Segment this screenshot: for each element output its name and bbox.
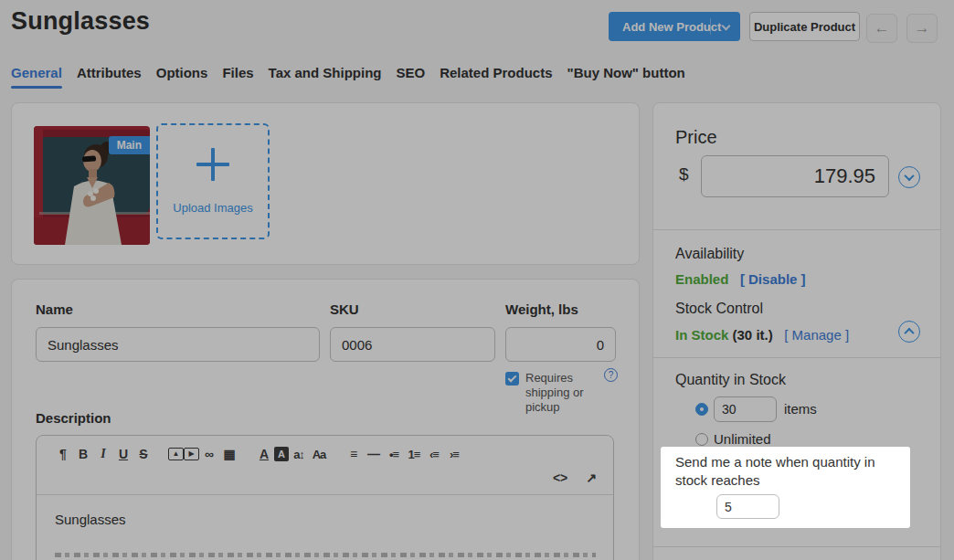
quantity-input[interactable] — [714, 396, 777, 422]
help-icon[interactable]: ? — [604, 368, 618, 382]
align-icon[interactable]: ≡ — [344, 447, 364, 461]
low-stock-note-label: Send me a note when quantity in stock re… — [675, 453, 904, 490]
divider — [653, 357, 940, 358]
stock-control-value: In Stock (30 it.) [ Manage ] — [675, 327, 849, 343]
tab-buy-now-button[interactable]: "Buy Now" button — [567, 65, 685, 89]
link-icon[interactable]: ∞ — [199, 447, 219, 461]
tab-seo[interactable]: SEO — [396, 65, 425, 89]
availability-value: Enabled [ Disable ] — [675, 271, 806, 287]
tab-tax-and-shipping[interactable]: Tax and Shipping — [269, 65, 382, 89]
fullscreen-icon[interactable]: ↗ — [586, 470, 597, 485]
description-clipped-text-line — [55, 553, 596, 557]
items-suffix-label: items — [784, 401, 817, 417]
chevron-down-icon[interactable] — [722, 22, 731, 31]
requires-shipping-row: Requires shipping or pickup — [505, 371, 608, 415]
weight-input[interactable] — [505, 327, 616, 362]
availability-status: Enabled — [675, 271, 728, 287]
table-icon[interactable]: ▦ — [219, 447, 239, 461]
page-title: Sunglasses — [11, 7, 150, 36]
sku-label: SKU — [330, 301, 359, 317]
product-details-card: Name SKU Weight, lbs Requires shipping o… — [11, 279, 640, 560]
main-image-badge: Main — [109, 136, 150, 154]
quantity-in-stock-label: Quantity in Stock — [675, 372, 786, 388]
unlimited-label: Unlimited — [714, 431, 771, 447]
highlight-color-icon[interactable]: A — [274, 447, 289, 461]
unlimited-radio[interactable] — [695, 433, 708, 446]
name-input[interactable] — [36, 327, 320, 362]
chevron-up-icon — [904, 328, 914, 338]
stock-collapse-toggle[interactable] — [898, 321, 920, 343]
low-stock-threshold-input[interactable] — [716, 494, 779, 519]
price-input[interactable] — [701, 155, 889, 197]
price-options-toggle[interactable] — [898, 166, 920, 188]
outdent-icon[interactable]: ‹≡ — [424, 448, 444, 461]
text-style-icon[interactable]: Aa — [309, 448, 329, 461]
price-label: Price — [675, 127, 717, 148]
strikethrough-icon[interactable]: S — [133, 447, 154, 461]
requires-shipping-label: Requires shipping or pickup — [525, 371, 608, 415]
currency-symbol: $ — [679, 164, 689, 185]
arrow-right-icon: → — [915, 19, 930, 37]
italic-icon[interactable]: I — [93, 447, 113, 461]
duplicate-product-button[interactable]: Duplicate Product — [749, 12, 860, 41]
product-images-card: Main Upload Images — [11, 102, 640, 265]
stock-count: (30 it.) — [733, 327, 773, 343]
bullet-list-icon[interactable]: •≡ — [384, 448, 404, 461]
upload-images-dropzone[interactable]: Upload Images — [156, 123, 270, 239]
bold-icon[interactable]: B — [73, 447, 93, 461]
name-label: Name — [36, 301, 73, 317]
sku-input[interactable] — [330, 327, 495, 362]
horizontal-rule-icon[interactable]: — — [364, 447, 384, 461]
requires-shipping-checkbox[interactable] — [505, 372, 519, 386]
arrow-left-icon: ← — [874, 19, 890, 37]
low-stock-note-spotlight: Send me a note when quantity in stock re… — [661, 447, 910, 528]
font-size-icon[interactable]: a↕ — [289, 448, 309, 461]
items-radio[interactable] — [695, 403, 708, 416]
numbered-list-icon[interactable]: 1≡ — [404, 448, 424, 461]
add-new-product-label: Add New Product — [622, 20, 721, 34]
button-separator — [710, 18, 711, 35]
text-color-icon[interactable]: A — [254, 447, 274, 461]
indent-icon[interactable]: ›≡ — [444, 448, 464, 461]
editor-toolbar-row2: <>↗ — [37, 463, 613, 494]
plus-icon — [196, 148, 229, 181]
tab-files[interactable]: Files — [222, 65, 253, 89]
manage-link[interactable]: [ Manage ] — [784, 327, 849, 343]
tab-general[interactable]: General — [11, 65, 62, 89]
add-new-product-button[interactable]: Add New Product — [609, 12, 740, 41]
insert-image-icon[interactable]: ▲ — [168, 448, 184, 460]
availability-label: Availability — [675, 246, 744, 262]
code-view-icon[interactable]: <> — [553, 470, 567, 485]
divider — [653, 229, 940, 230]
pricing-stock-card: Price $ Availability Enabled [ Disable ]… — [652, 102, 941, 560]
insert-video-icon[interactable]: ▶ — [184, 448, 199, 460]
underline-icon[interactable]: U — [113, 447, 133, 461]
previous-product-button[interactable]: ← — [866, 14, 897, 43]
product-edit-page: Sunglasses Add New Product Duplicate Pro… — [0, 0, 954, 560]
stock-status: In Stock — [675, 327, 728, 343]
tabs: GeneralAttributesOptionsFilesTax and Shi… — [11, 65, 685, 89]
tab-related-products[interactable]: Related Products — [440, 65, 552, 89]
weight-label: Weight, lbs — [505, 301, 578, 317]
editor-toolbar-row1: ¶BIUS▲▶∞▦AAa↕Aa≡—•≡1≡‹≡›≡ — [37, 436, 613, 463]
chevron-down-icon — [904, 171, 914, 181]
divider — [653, 546, 940, 547]
tab-attributes[interactable]: Attributes — [77, 65, 142, 89]
description-editor: ¶BIUS▲▶∞▦AAa↕Aa≡—•≡1≡‹≡›≡ <>↗ Sunglasses — [36, 435, 614, 560]
product-photo[interactable]: Main — [34, 126, 150, 245]
upload-images-label: Upload Images — [173, 201, 252, 215]
duplicate-product-label: Duplicate Product — [754, 20, 855, 34]
stock-control-label: Stock Control — [675, 301, 763, 317]
description-text[interactable]: Sunglasses — [37, 495, 613, 544]
tab-options[interactable]: Options — [156, 65, 208, 89]
disable-link[interactable]: [ Disable ] — [740, 271, 806, 287]
paragraph-icon[interactable]: ¶ — [53, 447, 73, 461]
next-product-button[interactable]: → — [906, 14, 938, 43]
description-label: Description — [36, 410, 111, 426]
